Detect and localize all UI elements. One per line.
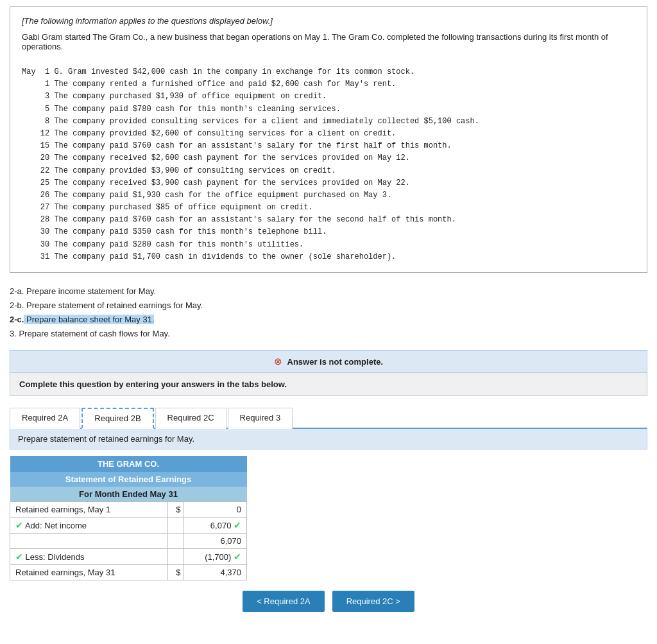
page-container: [The following information applies to th… (0, 0, 657, 618)
value-check-icon: ✔ (234, 552, 241, 562)
statement-table: THE GRAM CO. Statement of Retained Earni… (10, 456, 247, 580)
question-2b: 2-b. Prepare statement of retained earni… (10, 299, 647, 313)
row-value[interactable]: 6,070 ✔ (183, 518, 246, 534)
tab-req2b[interactable]: Required 2B (81, 408, 153, 429)
table-row: Retained earnings, May 31$4,370 (10, 565, 247, 580)
check-icon: ✔ (15, 552, 23, 562)
table-row: Retained earnings, May 1$0 (10, 502, 247, 518)
row-value[interactable]: 6,070 (183, 534, 246, 549)
dollar-sign: $ (168, 565, 184, 580)
row-value[interactable]: 4,370 (183, 565, 246, 580)
nav-buttons: < Required 2A Required 2C > (10, 591, 647, 612)
transaction-line: 1 The company rented a furnished office … (22, 78, 635, 91)
answer-status-bar: ⊗ Answer is not complete. (10, 350, 647, 373)
tab-req2c[interactable]: Required 2C (155, 408, 226, 429)
transaction-line: 3 The company purchased $1,930 of office… (22, 91, 635, 103)
question-2a: 2-a. Prepare income statement for May. (10, 284, 647, 299)
questions-section: 2-a. Prepare income statement for May. 2… (10, 284, 647, 341)
transaction-line: 30 The company paid $280 cash for this m… (22, 239, 635, 251)
transaction-line: 15 The company paid $760 cash for an ass… (22, 140, 635, 152)
back-button[interactable]: < Required 2A (243, 591, 324, 612)
transaction-line: 31 The company paid $1,700 cash in divid… (22, 251, 635, 263)
tab-req2a[interactable]: Required 2A (10, 408, 80, 429)
info-box: [The following information applies to th… (10, 6, 647, 273)
table-row: 6,070 (10, 534, 247, 549)
transaction-line: 8 The company provided consulting servic… (22, 116, 635, 128)
transaction-line: 26 The company paid $1,930 cash for the … (22, 189, 635, 202)
dollar-sign: $ (168, 502, 184, 518)
row-label: ✔ Less: Dividends (10, 549, 168, 565)
table-row: ✔ Add: Net income6,070 ✔ (10, 518, 247, 534)
table-title-row: Statement of Retained Earnings (10, 472, 247, 487)
row-value[interactable]: 0 (183, 502, 246, 518)
complete-note: Complete this question by entering your … (10, 373, 647, 396)
error-icon: ⊗ (274, 356, 282, 367)
question-2c: 2-c. Prepare balance sheet for May 31. (10, 313, 647, 327)
check-icon: ✔ (15, 520, 23, 530)
transaction-line: May 1 G. Gram invested $42,000 cash in t… (22, 66, 635, 78)
italic-note: [The following information applies to th… (22, 16, 635, 26)
dollar-sign (168, 518, 184, 534)
transaction-line: 5 The company paid $780 cash for this mo… (22, 103, 635, 116)
transaction-line: 12 The company provided $2,600 of consul… (22, 128, 635, 140)
statement-title: Statement of Retained Earnings (10, 472, 247, 487)
tab-req3[interactable]: Required 3 (228, 408, 293, 429)
forward-button[interactable]: Required 2C > (332, 591, 414, 612)
transaction-line: 25 The company received $3,900 cash paym… (22, 177, 635, 189)
question-2c-text: Prepare balance sheet for May 31. (24, 315, 154, 324)
tab-content-label: Prepare statement of retained earnings f… (10, 429, 647, 449)
row-label: ✔ Add: Net income (10, 518, 168, 534)
dollar-sign (168, 534, 184, 549)
value-check-icon: ✔ (234, 520, 241, 530)
intro-text: Gabi Gram started The Gram Co., a new bu… (22, 32, 635, 51)
table-company-row: THE GRAM CO. (10, 456, 247, 472)
row-label: Retained earnings, May 31 (10, 565, 168, 580)
row-label (10, 534, 168, 549)
row-label: Retained earnings, May 1 (10, 502, 168, 518)
tabs-container: Required 2ARequired 2BRequired 2CRequire… (10, 406, 647, 429)
table-period-row: For Month Ended May 31 (10, 487, 247, 502)
transactions-list: May 1 G. Gram invested $42,000 cash in t… (22, 66, 635, 263)
transaction-line: 22 The company provided $3,900 of consul… (22, 165, 635, 177)
statement-period: For Month Ended May 31 (10, 487, 247, 502)
question-3: 3. Prepare statement of cash flows for M… (10, 327, 647, 341)
transaction-line: 27 The company purchased $85 of office e… (22, 202, 635, 214)
row-value[interactable]: (1,700) ✔ (183, 549, 246, 565)
dollar-sign (168, 549, 184, 565)
transaction-line: 28 The company paid $760 cash for an ass… (22, 214, 635, 226)
company-name: THE GRAM CO. (10, 456, 247, 472)
transaction-line: 30 The company paid $350 cash for this m… (22, 226, 635, 238)
answer-status-text: Answer is not complete. (287, 357, 384, 367)
question-2c-label: 2-c. (10, 315, 24, 324)
table-row: ✔ Less: Dividends(1,700) ✔ (10, 549, 247, 565)
transaction-line: 20 The company received $2,600 cash paym… (22, 152, 635, 164)
